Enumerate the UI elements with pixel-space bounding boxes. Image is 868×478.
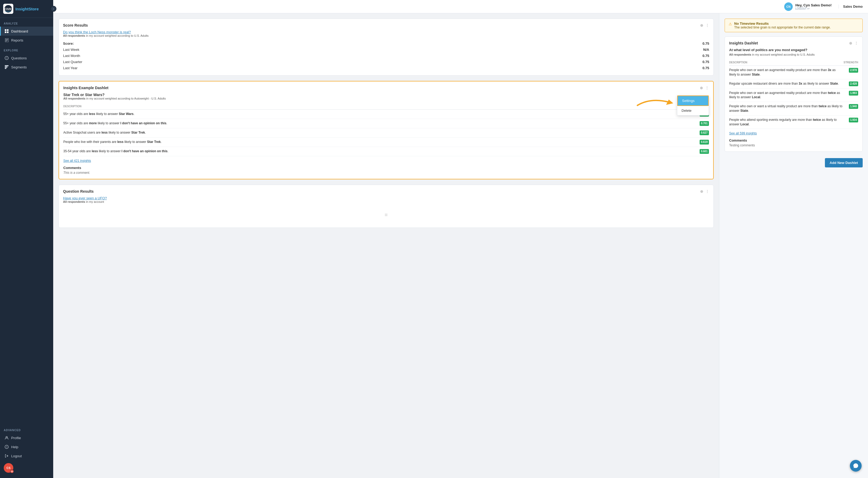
insights-example-question[interactable]: Star Trek or Star Wars?	[63, 93, 709, 97]
svg-rect-15	[5, 68, 6, 69]
insights-table-right: DESCRIPTION STRENGTH People who own or w…	[729, 59, 858, 129]
sidebar: CIVIC SCIENCE InsightStore ‹ ANALYZE Das…	[0, 0, 53, 478]
svg-rect-4	[7, 29, 8, 31]
more-options-icon[interactable]: ⋮	[705, 86, 709, 90]
alert-text: The selected time grain is not appropria…	[734, 26, 831, 29]
help-icon: ?	[4, 445, 9, 449]
score-results-subtitle: All respondents in my account weighted a…	[63, 34, 709, 37]
score-results-question-link[interactable]: Do you think the Loch Ness monster is re…	[63, 30, 709, 34]
svg-text:SCIENCE: SCIENCE	[5, 11, 11, 12]
table-row: Last Month 0.75	[63, 53, 709, 59]
comments-title: Comments	[63, 166, 709, 170]
add-dashlet-button[interactable]: Add New Dashlet	[825, 158, 863, 168]
sidebar-item-profile[interactable]: Profile	[0, 433, 53, 442]
sidebar-item-help[interactable]: ? Help	[0, 442, 53, 451]
question-icon: ?	[4, 56, 9, 60]
insights-dashlet-right-header: Insights Dashlet ⊕ ⋮	[729, 41, 858, 45]
sidebar-collapse-button[interactable]: ‹	[51, 6, 56, 12]
table-row: People who own or want an augmented real…	[729, 88, 858, 102]
score-table: Score: 0.75 Last Week N/A Last Month 0.7…	[63, 40, 709, 71]
question-results-header: Question Results ⊕ ⋮	[63, 189, 709, 193]
insights-example-title: Insights Example Dashlet	[63, 86, 108, 90]
header-user-info: Hey, Cyn Sales Demo! LOGOUT ↩	[795, 3, 832, 10]
sidebar-item-label-help: Help	[11, 445, 18, 449]
description-column-header: DESCRIPTION	[729, 59, 843, 66]
logout-icon	[4, 454, 9, 458]
svg-rect-6	[7, 31, 8, 33]
insights-dashlet-right-title: Insights Dashlet	[729, 41, 758, 45]
warning-icon: ⚠	[728, 22, 732, 26]
right-comments-title: Comments	[729, 139, 858, 142]
move-icon[interactable]: ⊕	[849, 41, 852, 45]
logout-link[interactable]: LOGOUT ↩	[795, 7, 832, 10]
chat-button[interactable]	[850, 460, 862, 472]
move-icon[interactable]: ⊕	[700, 23, 703, 27]
table-row: Last Week N/A	[63, 47, 709, 53]
context-menu-delete[interactable]: Delete	[677, 106, 709, 115]
more-options-icon[interactable]: ⋮	[706, 189, 709, 193]
sidebar-item-label-logout: Logout	[11, 454, 22, 458]
insights-dashlet-right-actions: ⊕ ⋮	[849, 41, 858, 45]
insights-example-dashlet: Insights Example Dashlet ⊕ ⋮ Settings De…	[59, 81, 714, 179]
table-row: People who live with their parents are l…	[63, 138, 709, 147]
question-link[interactable]: Have you ever seen a UFO?	[63, 196, 709, 200]
table-row: People who attend sporting events regula…	[729, 115, 858, 129]
main-content: CN Hey, Cyn Sales Demo! LOGOUT ↩ Sales D…	[53, 0, 868, 478]
alert-banner: ⚠ No Timeview Results The selected time …	[724, 19, 863, 32]
civic-science-logo-icon: CIVIC SCIENCE	[3, 4, 13, 14]
see-all-insights-link[interactable]: See all 421 insights	[63, 159, 709, 162]
sidebar-item-questions[interactable]: ? Questions	[0, 54, 53, 63]
question-results-placeholder: ≡	[63, 207, 709, 223]
file-icon	[4, 38, 9, 42]
insights-dashlet-right-subtitle: All respondents in my account weighted a…	[729, 53, 858, 56]
header-org: Sales Demo	[838, 4, 863, 8]
header: CN Hey, Cyn Sales Demo! LOGOUT ↩ Sales D…	[53, 0, 868, 13]
context-menu: Settings Delete	[677, 95, 709, 116]
grid-icon	[4, 29, 9, 33]
table-row: Score: 0.75	[63, 40, 709, 47]
move-icon[interactable]: ⊕	[700, 189, 703, 193]
score-results-title: Score Results	[63, 23, 88, 27]
sidebar-item-label-questions: Questions	[11, 56, 27, 60]
avatar: CS 22	[4, 463, 13, 473]
header-greeting: Hey, Cyn Sales Demo!	[795, 3, 832, 7]
analyze-section-label: ANALYZE	[0, 18, 53, 27]
table-row: 35-54 year olds are less likely to answe…	[63, 147, 709, 156]
avatar-badge: 22	[10, 470, 14, 473]
comments-section: Comments This is a comment.	[63, 166, 709, 175]
sidebar-item-segments[interactable]: Segments	[0, 63, 53, 71]
score-results-dashlet: Score Results ⊕ ⋮ Do you think the Loch …	[59, 19, 714, 76]
right-comments-section: Comments Testing comments	[729, 139, 858, 147]
score-results-header: Score Results ⊕ ⋮	[63, 23, 709, 27]
table-row: Regular upscale restaurant diners are mo…	[729, 79, 858, 88]
strength-column-header: STRENGTH	[843, 59, 858, 66]
svg-text:?: ?	[6, 446, 7, 448]
sidebar-item-reports[interactable]: Reports	[0, 36, 53, 45]
header-avatar: CN	[784, 2, 793, 11]
sidebar-item-label-profile: Profile	[11, 436, 21, 440]
move-icon[interactable]: ⊕	[700, 86, 703, 90]
question-results-dashlet: Question Results ⊕ ⋮ Have you ever seen …	[59, 185, 714, 228]
see-all-insights-right-link[interactable]: See all 599 insights	[729, 131, 858, 135]
sidebar-logo: CIVIC SCIENCE InsightStore	[0, 0, 53, 18]
sidebar-user-avatar-section: CS 22	[0, 460, 53, 475]
right-comments-text: Testing comments	[729, 144, 858, 147]
explore-section-label: EXPLORE	[0, 45, 53, 54]
sidebar-item-label-segments: Segments	[11, 65, 27, 69]
svg-rect-3	[5, 29, 6, 31]
more-options-icon[interactable]: ⋮	[855, 41, 858, 45]
question-results-subtitle: All respondents in my account	[63, 200, 709, 203]
table-row: People who own or want a virtual reality…	[729, 102, 858, 116]
insights-dashlet-right-question: At what level of politics are you most e…	[729, 48, 858, 52]
comments-text: This is a comment.	[63, 171, 709, 175]
segments-icon	[4, 65, 9, 69]
svg-text:CIVIC: CIVIC	[4, 7, 12, 11]
profile-icon	[4, 436, 9, 440]
more-options-icon[interactable]: ⋮	[706, 23, 709, 27]
table-row: 55+ year olds are less likely to answer …	[63, 110, 709, 119]
sidebar-item-logout[interactable]: Logout	[0, 451, 53, 460]
context-menu-settings[interactable]: Settings	[677, 95, 709, 106]
insights-example-subtitle: All respondents in my account weighted a…	[63, 97, 709, 100]
sidebar-item-dashboard[interactable]: Dashboard	[0, 27, 53, 36]
score-results-actions: ⊕ ⋮	[700, 23, 709, 27]
